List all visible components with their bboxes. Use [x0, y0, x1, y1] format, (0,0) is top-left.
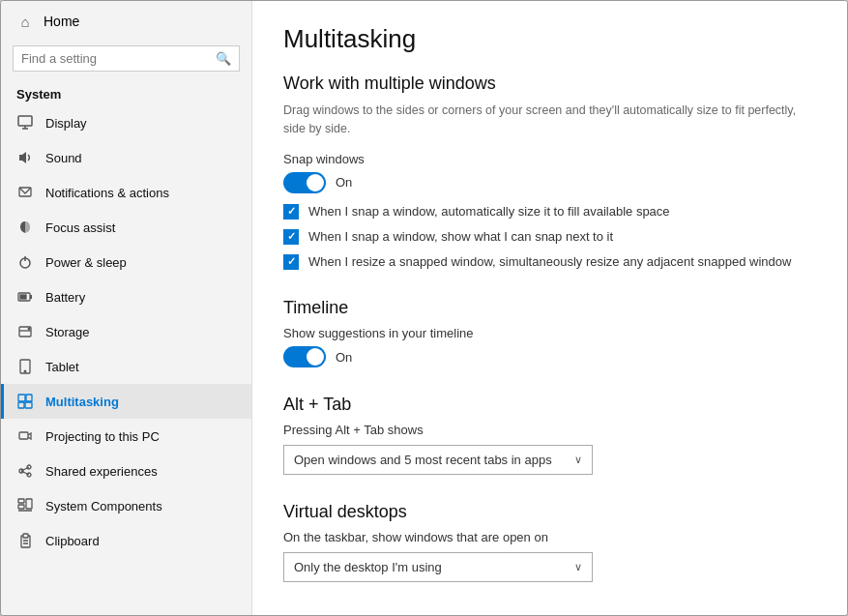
svg-rect-25: [18, 499, 24, 503]
sidebar-item-label: Power & sleep: [45, 255, 127, 270]
svg-rect-19: [19, 432, 28, 439]
virtual-taskbar-label: On the taskbar, show windows that are op…: [283, 530, 816, 544]
projecting-icon: [16, 427, 34, 445]
sidebar-item-sound[interactable]: Sound: [1, 140, 251, 175]
timeline-toggle[interactable]: [283, 346, 326, 367]
checkbox-3[interactable]: [283, 254, 299, 270]
sidebar-item-label: Clipboard: [45, 534, 100, 548]
storage-icon: [16, 323, 34, 340]
alttab-dropdown-value: Open windows and 5 most recent tabs in a…: [294, 453, 552, 467]
window-content: ⌂ Home 🔍 System Display Sound: [1, 1, 847, 615]
timeline-show-label: Show suggestions in your timeline: [283, 326, 816, 340]
power-icon: [16, 253, 34, 271]
alttab-dropdown[interactable]: Open windows and 5 most recent tabs in a…: [283, 445, 593, 475]
sidebar-item-tablet[interactable]: Tablet: [1, 349, 251, 384]
svg-rect-27: [26, 499, 32, 509]
checkbox-row-1: When I snap a window, automatically size…: [283, 203, 816, 220]
settings-window: ⌂ Home 🔍 System Display Sound: [0, 0, 848, 616]
snap-toggle-knob: [307, 174, 324, 191]
sidebar-item-label: Tablet: [45, 360, 79, 374]
tablet-icon: [16, 358, 34, 375]
svg-rect-0: [18, 116, 32, 126]
sidebar-item-label: Storage: [45, 325, 90, 339]
sidebar-item-label: Sound: [45, 151, 82, 165]
windows-section-desc: Drag windows to the sides or corners of …: [283, 102, 816, 138]
timeline-toggle-knob: [307, 348, 324, 366]
snap-toggle[interactable]: [283, 172, 326, 193]
checkbox-2[interactable]: [283, 229, 299, 245]
sidebar-item-label: Projecting to this PC: [45, 429, 160, 444]
virtual-section-title: Virtual desktops: [283, 502, 816, 522]
sidebar-item-clipboard[interactable]: Clipboard: [1, 523, 251, 558]
sidebar-item-projecting[interactable]: Projecting to this PC: [1, 419, 251, 454]
svg-point-14: [24, 370, 26, 372]
sidebar-item-label: Battery: [45, 290, 85, 305]
checkbox-label-3: When I resize a snapped window, simultan…: [308, 253, 791, 271]
page-title: Multitasking: [283, 24, 816, 54]
shared-icon: [16, 462, 34, 480]
sidebar-item-label: Focus assist: [45, 220, 115, 235]
sidebar-item-components[interactable]: System Components: [1, 488, 251, 523]
sidebar-item-label: Display: [45, 116, 87, 131]
display-icon: [16, 114, 34, 132]
alttab-chevron-icon: ∨: [574, 454, 582, 466]
virtual-chevron-icon: ∨: [574, 561, 582, 573]
sidebar: ⌂ Home 🔍 System Display Sound: [1, 1, 252, 615]
sidebar-item-notifications[interactable]: Notifications & actions: [1, 175, 251, 210]
windows-section: Work with multiple windows Drag windows …: [283, 73, 816, 271]
checkbox-label-1: When I snap a window, automatically size…: [308, 203, 670, 220]
virtual-dropdown-value: Only the desktop I'm using: [294, 560, 442, 574]
sidebar-item-label: System Components: [45, 499, 162, 513]
svg-rect-16: [26, 395, 32, 401]
sidebar-item-storage[interactable]: Storage: [1, 314, 251, 349]
sidebar-item-battery[interactable]: Battery: [1, 279, 251, 314]
sidebar-item-power[interactable]: Power & sleep: [1, 245, 251, 279]
home-label: Home: [44, 14, 79, 29]
sidebar-item-multitasking[interactable]: Multitasking: [1, 384, 251, 419]
svg-rect-18: [25, 402, 32, 408]
checkbox-1[interactable]: [283, 204, 299, 220]
search-input[interactable]: [21, 51, 210, 66]
svg-point-12: [28, 328, 30, 330]
sidebar-item-label: Shared experiences: [45, 464, 158, 479]
sidebar-item-focus[interactable]: Focus assist: [1, 210, 251, 245]
checkbox-row-3: When I resize a snapped window, simultan…: [283, 253, 816, 271]
notifications-icon: [16, 184, 34, 201]
svg-rect-30: [23, 534, 28, 538]
main-content: Multitasking Work with multiple windows …: [252, 1, 847, 615]
virtual-dropdown[interactable]: Only the desktop I'm using ∨: [283, 552, 593, 582]
svg-rect-26: [18, 505, 24, 509]
sound-icon: [16, 149, 34, 166]
svg-rect-9: [20, 295, 26, 299]
sidebar-item-home[interactable]: ⌂ Home: [1, 1, 251, 42]
battery-icon: [16, 288, 34, 306]
home-icon: ⌂: [16, 13, 34, 30]
timeline-toggle-text: On: [336, 350, 352, 365]
svg-rect-17: [18, 402, 24, 408]
sidebar-item-label: Notifications & actions: [45, 186, 169, 200]
alttab-section-title: Alt + Tab: [283, 395, 816, 415]
components-icon: [16, 497, 34, 514]
alttab-section: Alt + Tab Pressing Alt + Tab shows Open …: [283, 395, 816, 475]
clipboard-icon: [16, 532, 34, 549]
focus-icon: [16, 219, 34, 236]
snap-toggle-text: On: [336, 175, 352, 190]
search-icon: 🔍: [216, 51, 231, 66]
sidebar-item-shared[interactable]: Shared experiences: [1, 454, 251, 488]
snap-toggle-row: On: [283, 172, 816, 193]
alttab-pressing-label: Pressing Alt + Tab shows: [283, 423, 816, 437]
snap-label: Snap windows: [283, 152, 816, 166]
windows-section-title: Work with multiple windows: [283, 73, 816, 94]
search-box[interactable]: 🔍: [13, 45, 240, 72]
timeline-section-title: Timeline: [283, 298, 816, 318]
checkbox-label-2: When I snap a window, show what I can sn…: [308, 228, 613, 246]
checkbox-row-2: When I snap a window, show what I can sn…: [283, 228, 816, 246]
sidebar-item-label: Multitasking: [45, 395, 119, 409]
svg-rect-15: [18, 395, 25, 401]
sidebar-item-display[interactable]: Display: [1, 105, 251, 140]
timeline-section: Timeline Show suggestions in your timeli…: [283, 298, 816, 367]
sidebar-section-label: System: [1, 79, 251, 105]
multitasking-icon: [16, 393, 34, 410]
timeline-toggle-row: On: [283, 346, 816, 367]
virtual-section: Virtual desktops On the taskbar, show wi…: [283, 502, 816, 582]
